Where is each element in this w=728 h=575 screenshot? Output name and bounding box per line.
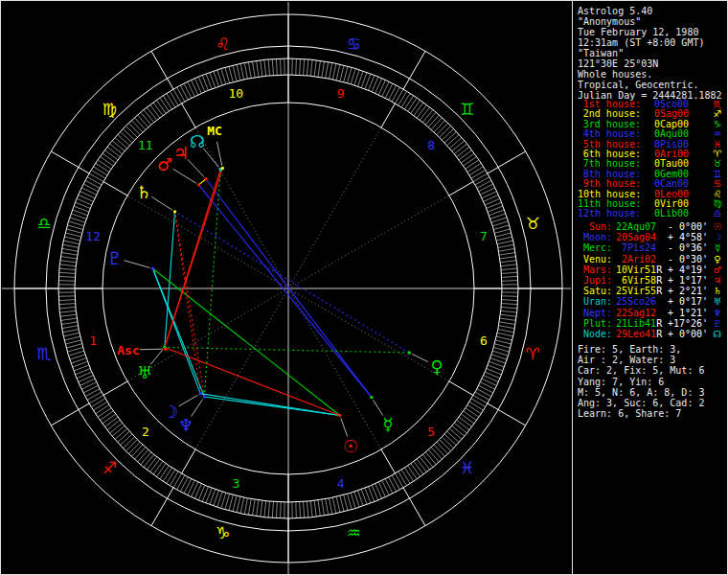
mc-position-dot — [221, 167, 224, 170]
house-sign-glyph: ♉ — [710, 159, 725, 169]
planet-glyph: ♂ — [710, 265, 725, 275]
planet-position-value: 20Sag04 — [616, 233, 656, 242]
mercury-glyph: ☿ — [382, 414, 393, 434]
degree-tick — [144, 109, 154, 122]
planet-label: Nept: — [581, 309, 612, 318]
house-cusp-spoke — [449, 182, 473, 196]
degree-tick — [281, 502, 282, 518]
degree-tick — [59, 272, 76, 273]
planet-label: Moon: — [581, 233, 612, 242]
degree-tick — [272, 501, 273, 518]
degree-tick — [107, 147, 120, 156]
planet-position-value: 21Lib41R — [616, 319, 662, 329]
degree-tick — [475, 177, 489, 185]
degree-tick — [194, 484, 201, 499]
degree-tick — [457, 147, 469, 156]
degree-tick — [160, 466, 170, 479]
planet-position-value: 22Sag12 — [616, 309, 656, 318]
degree-tick — [281, 58, 282, 75]
degree-tick — [304, 59, 305, 76]
planet-glyph: ☿ — [710, 243, 725, 253]
degree-tick — [457, 420, 469, 429]
degree-tick — [244, 498, 247, 515]
house-number-9: 9 — [337, 86, 345, 101]
degree-tick — [452, 141, 465, 151]
degree-tick — [340, 495, 344, 511]
sign-boundary-line — [51, 403, 89, 426]
degree-tick — [469, 402, 483, 410]
pluto-pointer-line — [125, 261, 150, 268]
degree-tick — [248, 62, 251, 79]
degree-tick — [240, 497, 244, 514]
degree-tick — [502, 276, 518, 277]
house-label: 12th house: — [578, 209, 641, 218]
house-number-10: 10 — [229, 86, 244, 101]
degree-tick — [64, 237, 80, 241]
mars-pointer-line — [173, 169, 196, 183]
planet-position-value: 29Leo41R — [616, 330, 662, 339]
degree-tick — [163, 468, 171, 481]
degree-tick — [62, 244, 79, 247]
planet-row: Nept:22Sag12+ 1°21'♆ — [578, 309, 727, 319]
degree-tick — [330, 498, 332, 515]
degree-tick — [80, 379, 94, 385]
degree-tick — [461, 414, 474, 424]
house-cusp-dotted-line — [288, 196, 449, 288]
degree-tick — [310, 501, 312, 518]
degree-tick — [257, 60, 259, 77]
degree-tick — [120, 131, 131, 143]
degree-tick — [70, 355, 85, 359]
degree-tick — [466, 160, 479, 170]
planet-row: Uran:25Sco26+ 0°17'♅ — [578, 297, 727, 308]
degree-tick — [60, 257, 77, 259]
degree-tick — [59, 304, 76, 305]
degree-tick — [60, 261, 77, 263]
degree-tick — [79, 376, 94, 382]
degree-tick — [217, 492, 222, 507]
degree-tick — [449, 138, 462, 149]
degree-tick — [480, 188, 494, 195]
degree-tick — [65, 233, 80, 237]
degree-tick — [392, 87, 399, 102]
degree-tick — [484, 376, 499, 382]
degree-tick — [464, 156, 477, 166]
degree-tick — [431, 448, 442, 460]
degree-tick — [68, 351, 83, 356]
planet-row: Merc: 7Pis24- 0°36'☿ — [578, 243, 727, 254]
degree-tick — [138, 449, 148, 462]
house-cusp-value: 0Aqu00 — [654, 129, 689, 139]
degree-tick — [63, 241, 80, 244]
degree-tick — [431, 118, 442, 130]
astrolog-window: ♈♉♊♋♌♍♎♏♐♑♒♓123456789101112☉☽☿♀♂♃♄♅♆♇☊MC… — [0, 0, 728, 575]
degree-tick — [156, 464, 166, 477]
planet-position-value: 25Sco26 — [616, 297, 656, 307]
house-cusp-value: 0Tau00 — [654, 159, 689, 169]
stats-line-1: Air : 2, Water: 3 — [578, 355, 675, 365]
uranus-glyph: ♅ — [137, 362, 152, 382]
degree-tick — [452, 426, 465, 436]
degree-tick — [464, 411, 477, 421]
degree-tick — [150, 459, 160, 472]
aquarius-sign-glyph: ♒ — [347, 523, 361, 542]
degree-tick — [244, 62, 247, 79]
degree-tick — [194, 79, 201, 94]
house-label: 7th house: — [578, 159, 641, 169]
house-number-7: 7 — [480, 229, 488, 243]
degree-tick — [252, 61, 255, 78]
degree-tick — [417, 459, 426, 472]
cancer-sign-glyph: ♋ — [347, 34, 361, 54]
sagittarius-sign-glyph: ♐ — [102, 458, 117, 477]
house-cusp-value: 0Can00 — [654, 179, 689, 189]
degree-tick — [134, 448, 145, 460]
degree-tick — [217, 70, 222, 85]
degree-tick — [491, 218, 507, 222]
house-cusp-spoke — [381, 449, 396, 473]
planet-velocity-value: - 0°36' — [668, 243, 708, 253]
degree-tick — [340, 65, 344, 80]
degree-tick — [482, 379, 496, 385]
degree-tick — [501, 304, 517, 305]
degree-tick — [318, 500, 320, 517]
house-cusp-spoke — [103, 182, 127, 196]
degree-tick — [375, 484, 382, 499]
degree-tick — [408, 98, 418, 111]
